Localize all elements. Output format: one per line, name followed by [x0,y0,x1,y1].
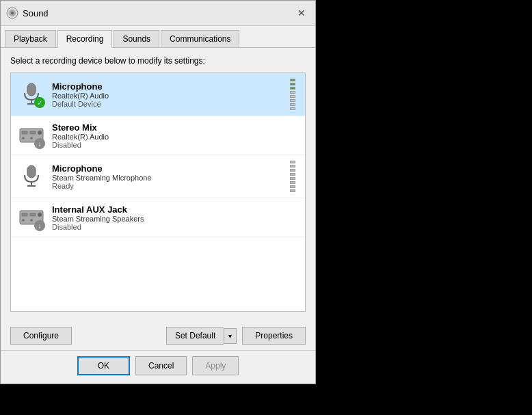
level-indicator-mic2 [290,161,295,192]
device-info-mic1: Microphone Realtek(R) Audio Default Devi… [52,81,283,108]
device-item-mic1[interactable]: ✓ Microphone Realtek(R) Audio Default De… [11,73,305,116]
level-indicator-mic1 [290,79,295,110]
device-status-mic1: Default Device [52,100,283,108]
svg-rect-17 [30,213,36,216]
set-default-button[interactable]: Set Default [166,327,224,345]
svg-point-11 [30,137,33,139]
device-name-mic1: Microphone [52,81,283,92]
sound-title-icon [6,7,18,19]
device-name-mic2: Microphone [52,163,283,174]
device-item-stereo[interactable]: ↓ Stereo Mix Realtek(R) Audio Disabled [11,116,305,155]
ok-button[interactable]: OK [77,356,130,375]
level-bar2-5 [290,177,295,180]
svg-point-20 [30,219,33,222]
device-sub-mic2: Steam Streaming Microphone [52,174,283,182]
device-status-aux: Disabled [52,223,298,231]
device-item-mic2[interactable]: Microphone Steam Streaming Microphone Re… [11,155,305,198]
svg-rect-12 [27,165,36,178]
device-info-mic2: Microphone Steam Streaming Microphone Re… [52,163,283,190]
device-status-stereo: Disabled [52,141,298,149]
svg-point-10 [22,137,25,139]
svg-rect-3 [27,83,36,96]
device-icon-wrap-aux: ↓ [18,204,45,231]
device-name-aux: Internal AUX Jack [52,204,298,215]
device-icon-wrap-stereo: ↓ [18,122,45,149]
svg-rect-8 [30,131,36,134]
device-icon-wrap-mic1: ✓ [18,81,45,108]
svg-point-19 [22,219,25,222]
status-badge-stereo: ↓ [34,138,45,149]
microphone-icon-2 [22,164,41,189]
title-bar-left: Sound [6,7,49,19]
level-bar-8 [290,107,295,110]
ok-cancel-row: OK Cancel Apply [1,350,315,384]
level-bar-7 [290,103,295,106]
device-item-auxjack[interactable]: ↓ Internal AUX Jack Steam Streaming Spea… [11,198,305,237]
device-name-stereo: Stereo Mix [52,122,298,133]
configure-button[interactable]: Configure [10,327,72,345]
level-bar2-2 [290,165,295,168]
sound-dialog: Sound ✕ Playback Recording Sounds Commun… [0,0,316,384]
status-badge-mic1: ✓ [34,97,45,108]
svg-rect-16 [22,213,27,216]
tab-playback[interactable]: Playback [5,30,56,47]
level-bar2-7 [290,185,295,188]
svg-point-9 [38,131,42,135]
device-sub-mic1: Realtek(R) Audio [52,92,283,100]
set-default-split-button: Set Default ▾ [166,327,237,345]
status-badge-aux: ↓ [34,220,45,231]
level-bar2-3 [290,169,295,172]
properties-button[interactable]: Properties [242,327,306,345]
tab-content: Select a recording device below to modif… [1,48,315,320]
device-sub-aux: Steam Streaming Speakers [52,215,298,223]
level-bar-3 [290,87,295,90]
level-bar2-4 [290,173,295,176]
device-list[interactable]: ✓ Microphone Realtek(R) Audio Default De… [10,72,306,312]
tab-communications[interactable]: Communications [161,30,239,47]
level-bar2-8 [290,189,295,192]
close-button[interactable]: ✕ [293,5,310,21]
tabs-bar: Playback Recording Sounds Communications [1,26,315,48]
device-sub-stereo: Realtek(R) Audio [52,133,298,141]
level-bar2-1 [290,161,295,163]
apply-button[interactable]: Apply [192,356,239,375]
level-bar2-6 [290,181,295,184]
level-bar-1 [290,79,295,81]
svg-rect-7 [22,131,27,134]
tab-recording[interactable]: Recording [57,30,113,48]
level-bar-4 [290,91,295,94]
cancel-button[interactable]: Cancel [135,356,187,375]
description-text: Select a recording device below to modif… [10,56,306,66]
level-bar-5 [290,95,295,98]
title-bar: Sound ✕ [1,1,315,26]
level-bar-6 [290,99,295,102]
device-icon-wrap-mic2 [18,163,45,190]
level-bar-2 [290,83,295,85]
device-info-stereo: Stereo Mix Realtek(R) Audio Disabled [52,122,298,149]
set-default-arrow-button[interactable]: ▾ [224,328,237,344]
action-buttons-row: Configure Set Default ▾ Properties [1,320,315,349]
device-info-aux: Internal AUX Jack Steam Streaming Speake… [52,204,298,231]
tab-sounds[interactable]: Sounds [114,30,159,47]
dialog-title: Sound [23,8,49,18]
svg-point-18 [38,213,42,217]
device-status-mic2: Ready [52,182,283,190]
svg-point-2 [11,12,14,14]
